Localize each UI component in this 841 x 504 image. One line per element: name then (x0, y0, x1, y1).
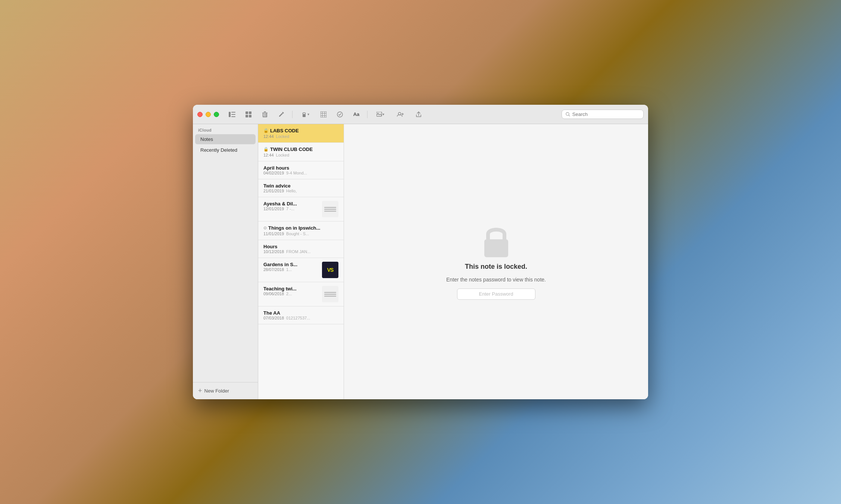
image-button[interactable]: ▾ (372, 109, 388, 120)
svg-rect-6 (246, 115, 248, 117)
delete-icon (262, 111, 268, 117)
note-date-teaching: 09/06/2018 (263, 292, 284, 296)
delete-button[interactable] (259, 109, 271, 120)
note-title-the-aa: The AA (263, 310, 338, 316)
traffic-lights (197, 112, 219, 117)
compose-button[interactable] (275, 109, 288, 120)
note-preview-gardens: 1... (286, 267, 292, 272)
note-title-april-hours: April hours (263, 165, 338, 171)
lock-chevron: ▾ (307, 112, 309, 116)
svg-rect-1 (231, 112, 235, 113)
svg-rect-13 (265, 113, 265, 116)
note-title-hours: Hours (263, 244, 338, 249)
note-date-twin-advice: 21/01/2019 (263, 189, 284, 193)
lock-illustration (481, 224, 511, 257)
note-item-teaching[interactable]: Teaching twi... 09/06/2018 2... (258, 282, 344, 306)
lock-indicator-twin: 🔒 (263, 147, 269, 152)
lock-button[interactable]: ▾ (297, 109, 313, 120)
new-folder-icon: + (198, 387, 202, 395)
note-preview-twin-club-code: Locked (276, 153, 289, 157)
note-preview-twin-advice: Hello, (286, 189, 297, 193)
note-item-twin-club-code[interactable]: 🔒 TWIN CLUB CODE 12:44 Locked (258, 143, 344, 161)
notes-list: 🔒 LABS CODE 12:44 Locked 🔒 TWIN CLUB COD… (258, 124, 344, 399)
add-people-icon (397, 112, 404, 117)
format-button[interactable]: Aa (350, 109, 363, 120)
format-label: Aa (353, 111, 360, 117)
note-date-april-hours: 04/02/2019 (263, 171, 284, 175)
sidebar: iCloud Notes Recently Deleted + New Fold… (193, 124, 258, 399)
image-icon (376, 112, 382, 117)
note-date-the-aa: 07/03/2018 (263, 316, 284, 320)
svg-rect-7 (249, 115, 251, 117)
note-preview-april-hours: 9-4 Mond... (286, 171, 307, 175)
note-title-labs-code: LABS CODE (270, 128, 299, 133)
svg-rect-15 (303, 114, 306, 117)
svg-rect-2 (231, 114, 235, 115)
svg-rect-16 (321, 111, 326, 117)
svg-rect-29 (484, 239, 508, 257)
image-chevron: ▾ (382, 112, 384, 116)
svg-rect-5 (249, 111, 251, 114)
svg-rect-3 (231, 116, 235, 117)
locked-note-title: This note is locked. (465, 263, 527, 271)
sidebar-section-header: iCloud (193, 124, 258, 134)
grid-view-button[interactable] (242, 109, 255, 120)
add-people-button[interactable] (392, 109, 409, 120)
note-title-gardens: Gardens in S... (263, 262, 319, 267)
note-thumbnail-gardens: VS (322, 262, 338, 278)
note-preview-ayesha-dil: 7 -... (286, 207, 294, 211)
search-bar[interactable] (562, 110, 644, 119)
note-date-things-ipswich: 11/01/2019 (263, 231, 284, 236)
note-title-ayesha-dil: Ayesha & Dil... (263, 201, 319, 207)
sidebar-toggle-icon (229, 112, 235, 117)
notes-window: ▾ Aa ▾ (193, 105, 648, 399)
note-preview-labs-code: Locked (276, 134, 289, 139)
svg-rect-4 (246, 111, 248, 114)
note-item-april-hours[interactable]: April hours 04/02/2019 9-4 Mond... (258, 161, 344, 179)
new-folder-button[interactable]: + New Folder (193, 382, 258, 399)
note-item-things-ipswich[interactable]: ⊙ Things on in Ipswich... 11/01/2019 Bou… (258, 221, 344, 240)
lock-icon-large (481, 224, 511, 257)
sidebar-item-recently-deleted[interactable]: Recently Deleted (195, 145, 256, 155)
search-icon (566, 112, 570, 117)
note-item-hours[interactable]: Hours 10/12/2018 FROM JAN... (258, 240, 344, 258)
checklist-button[interactable] (334, 109, 346, 120)
locked-note-subtitle: Enter the notes password to view this no… (446, 277, 546, 283)
svg-rect-10 (263, 113, 263, 117)
svg-rect-12 (263, 116, 267, 117)
close-button[interactable] (197, 112, 203, 117)
note-item-twin-advice[interactable]: Twin advice 21/01/2019 Hello, (258, 179, 344, 197)
password-input[interactable] (457, 289, 535, 300)
note-item-labs-code[interactable]: 🔒 LABS CODE 12:44 Locked (258, 124, 344, 143)
note-thumbnail-teaching (322, 286, 338, 302)
svg-point-21 (337, 112, 343, 117)
detail-pane: This note is locked. Enter the notes pas… (344, 124, 648, 399)
table-button[interactable] (317, 109, 330, 120)
note-item-the-aa[interactable]: The AA 07/03/2018 012127537... (258, 306, 344, 324)
note-date-hours: 10/12/2018 (263, 249, 284, 254)
note-title-teaching: Teaching twi... (263, 286, 319, 292)
note-item-ayesha-dil[interactable]: Ayesha & Dil... 12/01/2019 7 -... (258, 197, 344, 221)
note-thumbnail-ayesha-dil (322, 201, 338, 217)
toolbar-separator-2 (367, 111, 368, 118)
main-content: iCloud Notes Recently Deleted + New Fold… (193, 124, 648, 399)
toolbar-separator-1 (292, 111, 293, 118)
svg-rect-14 (266, 113, 266, 116)
search-input[interactable] (572, 111, 640, 117)
note-date-twin-club-code: 12:44 (263, 153, 274, 157)
sidebar-toggle-button[interactable] (226, 109, 238, 120)
note-preview-things-ipswich: Bought - S... (286, 231, 309, 236)
note-title-twin-advice: Twin advice (263, 183, 338, 189)
svg-rect-11 (266, 113, 267, 117)
minimize-button[interactable] (206, 112, 211, 117)
share-icon (416, 111, 421, 117)
pinned-indicator-ipswich: ⊙ (263, 226, 267, 230)
note-item-gardens[interactable]: Gardens in S... 28/07/2018 1... VS (258, 258, 344, 282)
maximize-button[interactable] (214, 112, 219, 117)
share-button[interactable] (412, 109, 425, 120)
grid-view-icon (246, 111, 251, 117)
note-date-ayesha-dil: 12/01/2019 (263, 207, 284, 211)
sidebar-item-notes[interactable]: Notes (195, 134, 256, 144)
new-folder-label: New Folder (204, 388, 229, 394)
note-preview-the-aa: 012127537... (286, 316, 310, 320)
